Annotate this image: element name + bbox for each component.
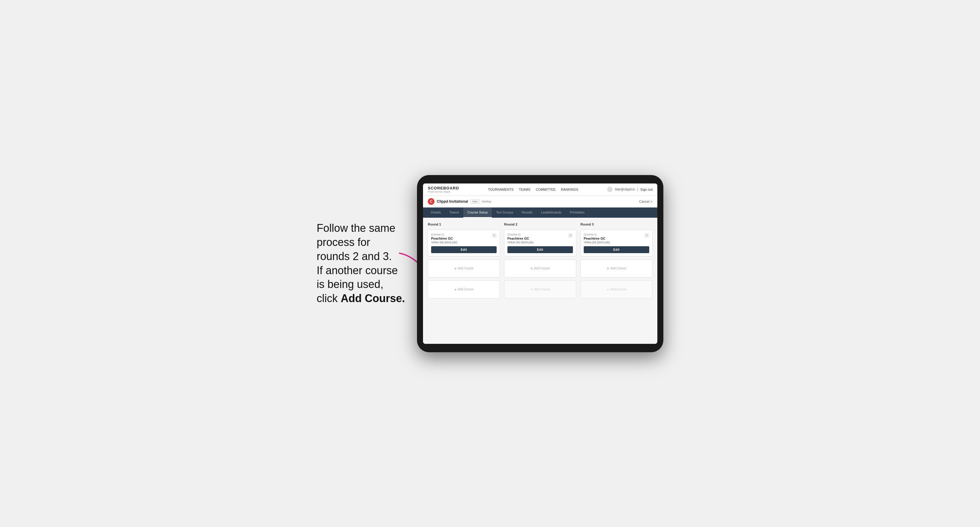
cancel-icon: × bbox=[651, 200, 652, 203]
tournament-logo: C bbox=[428, 198, 434, 205]
instruction-line2: process for bbox=[317, 236, 370, 248]
round-3-card-header: (Course A) Peachtree GC Yellow (M) (6629… bbox=[584, 233, 649, 244]
nav-teams[interactable]: TEAMS bbox=[519, 188, 530, 191]
instruction-text: Follow the same process for rounds 2 and… bbox=[317, 221, 405, 306]
logo-title: SCOREBOARD bbox=[428, 186, 459, 190]
round-2-add-label-2: Add Course bbox=[534, 288, 550, 291]
round-1-card-header: (Course A) Peachtree GC Yellow (M) (6629… bbox=[431, 233, 496, 244]
round-2-course-card: (Course A) Peachtree GC Yellow (M) (6629… bbox=[504, 230, 576, 256]
round-3-plus-icon-1: + bbox=[607, 266, 609, 271]
round-1-title: Round 1 bbox=[428, 222, 500, 226]
round-3-section: Round 3 (Course A) Peachtree GC Yellow (… bbox=[581, 222, 652, 298]
round-3-plus-icon-2: + bbox=[607, 287, 609, 292]
instruction-line1: Follow the same bbox=[317, 222, 395, 234]
sign-out-link[interactable]: Sign out bbox=[641, 188, 652, 191]
instruction-line6-bold: Add Course. bbox=[341, 292, 405, 305]
cancel-button[interactable]: Cancel × bbox=[639, 200, 652, 203]
round-1-card-close[interactable]: × bbox=[492, 233, 496, 238]
tab-tee-groups[interactable]: Tee Groups bbox=[492, 208, 517, 218]
tab-details[interactable]: Details bbox=[426, 208, 445, 218]
tab-results[interactable]: Results bbox=[517, 208, 537, 218]
round-3-title: Round 3 bbox=[581, 222, 652, 226]
round-1-add-course-2[interactable]: + Add Course bbox=[428, 281, 500, 298]
round-3-card-close[interactable]: × bbox=[644, 233, 649, 238]
round-3-edit-button[interactable]: Edit bbox=[584, 246, 649, 253]
nav-tournaments[interactable]: TOURNAMENTS bbox=[488, 188, 514, 191]
round-1-add-course-1[interactable]: + Add Course bbox=[428, 259, 500, 278]
instruction-line5: is being used, bbox=[317, 278, 383, 290]
round-2-card-close[interactable]: × bbox=[568, 233, 573, 238]
instruction-line4: If another course bbox=[317, 264, 398, 276]
tab-course-setup[interactable]: Course Setup bbox=[463, 208, 492, 218]
hosting-badge: Hosting bbox=[482, 200, 491, 203]
logo-area: SCOREBOARD Powered by clippd bbox=[428, 186, 459, 193]
round-3-add-label-1: Add Course bbox=[611, 267, 627, 270]
tablet: SCOREBOARD Powered by clippd TOURNAMENTS… bbox=[417, 175, 663, 352]
nav-links: TOURNAMENTS TEAMS COMMITTEE RANKINGS bbox=[488, 188, 578, 191]
round-2-edit-button[interactable]: Edit bbox=[508, 246, 573, 253]
round-1-section: Round 1 (Course A) Peachtree GC Yellow (… bbox=[428, 222, 500, 298]
top-nav: SCOREBOARD Powered by clippd TOURNAMENTS… bbox=[423, 184, 657, 196]
round-1-course-card: (Course A) Peachtree GC Yellow (M) (6629… bbox=[428, 230, 500, 256]
round-2-course-name: Peachtree GC bbox=[508, 237, 534, 240]
round-1-course-label: (Course A) bbox=[431, 233, 457, 236]
round-1-course-detail: Yellow (M) (6629 yds) bbox=[431, 241, 457, 244]
round-3-course-card: (Course A) Peachtree GC Yellow (M) (6629… bbox=[581, 230, 652, 256]
tab-bar: Details Teams Course Setup Tee Groups Re… bbox=[423, 208, 657, 218]
user-avatar bbox=[607, 187, 612, 192]
round-2-add-course-1[interactable]: + Add Course bbox=[504, 259, 576, 278]
round-2-plus-icon-2: + bbox=[531, 287, 533, 292]
round-2-section: Round 2 (Course A) Peachtree GC Yellow (… bbox=[504, 222, 576, 298]
round-1-edit-button[interactable]: Edit bbox=[431, 246, 496, 253]
round-2-course-label: (Course A) bbox=[508, 233, 534, 236]
tablet-container: SCOREBOARD Powered by clippd TOURNAMENTS… bbox=[417, 175, 663, 352]
round-2-title: Round 2 bbox=[504, 222, 576, 226]
round-2-course-detail: Yellow (M) (6629 yds) bbox=[508, 241, 534, 244]
user-area: blair@clippd.io | Sign out bbox=[607, 187, 652, 192]
round-1-plus-icon-2: + bbox=[454, 287, 457, 292]
logo-sub: Powered by clippd bbox=[428, 190, 459, 193]
tournament-name: Clippd Invitational bbox=[437, 199, 468, 203]
round-2-add-label-1: Add Course bbox=[534, 267, 550, 270]
sub-header: C Clippd Invitational Men Hosting Cancel… bbox=[423, 196, 657, 208]
round-1-course-name: Peachtree GC bbox=[431, 237, 457, 240]
round-3-course-label: (Course A) bbox=[584, 233, 610, 236]
instruction-line6-plain: click bbox=[317, 292, 341, 305]
round-2-add-course-2: + Add Course bbox=[504, 281, 576, 298]
page-wrapper: Follow the same process for rounds 2 and… bbox=[6, 175, 974, 352]
round-1-add-label-2: Add Course bbox=[458, 288, 474, 291]
tournament-badge: Men bbox=[471, 199, 479, 203]
round-3-course-detail: Yellow (M) (6629 yds) bbox=[584, 241, 610, 244]
rounds-grid: Round 1 (Course A) Peachtree GC Yellow (… bbox=[428, 222, 652, 298]
round-3-add-course-2: + Add Course bbox=[581, 281, 652, 298]
round-1-add-label-1: Add Course bbox=[458, 267, 474, 270]
round-3-add-course-1[interactable]: + Add Course bbox=[581, 259, 652, 278]
round-3-course-name: Peachtree GC bbox=[584, 237, 610, 240]
instruction-line3: rounds 2 and 3. bbox=[317, 250, 392, 262]
tablet-screen: SCOREBOARD Powered by clippd TOURNAMENTS… bbox=[423, 184, 657, 344]
tab-printables[interactable]: Printables bbox=[566, 208, 589, 218]
main-content: Round 1 (Course A) Peachtree GC Yellow (… bbox=[423, 218, 657, 344]
tournament-info: C Clippd Invitational Men Hosting bbox=[428, 198, 491, 205]
round-3-add-label-2: Add Course bbox=[611, 288, 627, 291]
separator: | bbox=[637, 188, 638, 191]
round-2-plus-icon-1: + bbox=[531, 266, 533, 271]
nav-rankings[interactable]: RANKINGS bbox=[561, 188, 578, 191]
nav-committee[interactable]: COMMITTEE bbox=[536, 188, 555, 191]
round-2-card-header: (Course A) Peachtree GC Yellow (M) (6629… bbox=[508, 233, 573, 244]
tab-leaderboards[interactable]: Leaderboards bbox=[537, 208, 566, 218]
round-1-plus-icon-1: + bbox=[454, 266, 457, 271]
user-email: blair@clippd.io bbox=[615, 188, 635, 191]
tab-teams[interactable]: Teams bbox=[445, 208, 463, 218]
